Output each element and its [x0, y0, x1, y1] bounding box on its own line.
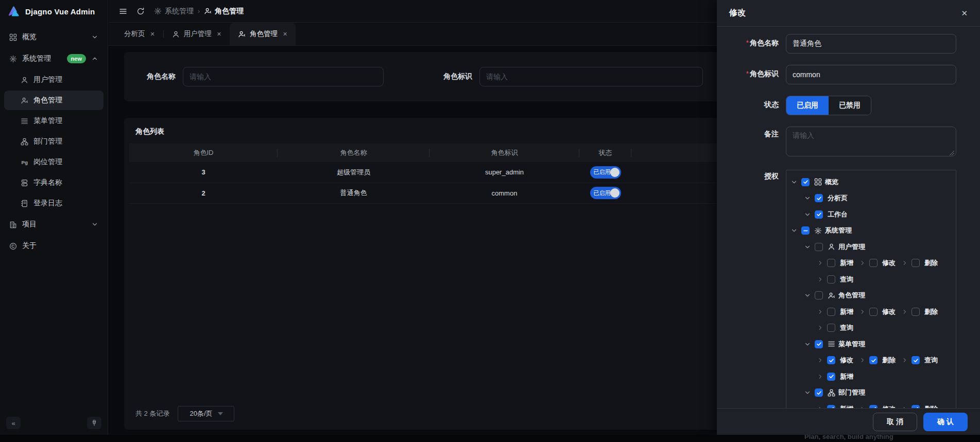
checkbox-checked[interactable] [912, 356, 920, 364]
chevron-down-icon[interactable] [804, 195, 811, 202]
chevron-right-icon[interactable] [902, 406, 908, 408]
chevron-down-icon[interactable] [790, 227, 798, 234]
sidebar-item-菜单管理[interactable]: 菜单管理 [4, 111, 104, 131]
checkbox-checked[interactable] [815, 210, 823, 219]
tab-用户管理[interactable]: 用户管理 ✕ [164, 23, 230, 45]
close-tab-icon[interactable]: ✕ [217, 31, 221, 38]
resize-grip-icon[interactable] [950, 151, 954, 155]
tree-node-新增[interactable]: 新增 [817, 404, 853, 408]
chevron-right-icon[interactable] [859, 309, 866, 315]
tree-node-新增[interactable]: 新增 [817, 307, 853, 316]
tree-node-修改[interactable]: 修改 [817, 356, 853, 365]
close-tab-icon[interactable]: ✕ [150, 31, 155, 38]
sidebar-item-角色管理[interactable]: 角色管理 [4, 91, 104, 110]
chevron-right-icon[interactable] [902, 357, 908, 363]
tree-node-新增[interactable]: 新增 [817, 372, 853, 381]
chevron-down-icon[interactable] [804, 211, 811, 218]
status-enabled-button[interactable]: 已启用 [786, 96, 829, 115]
chevron-right-icon[interactable] [817, 406, 823, 408]
pin-sidebar-button[interactable] [87, 417, 101, 429]
checkbox-checked[interactable] [815, 340, 823, 348]
chevron-right-icon[interactable] [859, 260, 866, 266]
tab-角色管理[interactable]: 角色管理 ✕ [230, 23, 296, 45]
tree-node-修改[interactable]: 修改 [859, 258, 896, 268]
checkbox-checked[interactable] [827, 373, 835, 381]
tree-node-删除[interactable]: 删除 [902, 307, 938, 316]
page-size-select[interactable]: 20条/页 [178, 406, 234, 421]
chevron-right-icon[interactable] [817, 325, 823, 331]
chevron-right-icon[interactable] [817, 276, 823, 282]
tree-node-角色管理[interactable]: 角色管理 [804, 291, 865, 300]
chevron-down-icon[interactable] [804, 292, 811, 299]
confirm-button[interactable]: 确 认 [923, 413, 968, 431]
checkbox-unchecked[interactable] [912, 259, 920, 267]
checkbox-unchecked[interactable] [827, 259, 835, 267]
sidebar-item-系统管理[interactable]: 系统管理 new [4, 48, 104, 69]
chevron-right-icon[interactable] [817, 260, 823, 266]
tree-node-用户管理[interactable]: 用户管理 [804, 242, 865, 252]
sidebar-item-岗位管理[interactable]: Pg岗位管理 [4, 152, 104, 172]
breadcrumb-item-系统管理[interactable]: 系统管理 [154, 7, 194, 16]
sidebar-item-部门管理[interactable]: 部门管理 [4, 132, 104, 151]
checkbox-unchecked[interactable] [827, 324, 835, 332]
role-code-input[interactable] [786, 65, 956, 84]
sidebar-item-概览[interactable]: 概览 [4, 27, 104, 47]
chevron-down-icon[interactable] [804, 389, 811, 396]
close-icon[interactable]: ✕ [961, 9, 968, 18]
tree-node-删除[interactable]: 删除 [859, 356, 896, 365]
breadcrumb-item-角色管理[interactable]: 角色管理 [204, 7, 244, 16]
checkbox-checked[interactable] [869, 356, 878, 364]
chevron-down-icon[interactable] [790, 179, 798, 186]
checkbox-checked[interactable] [815, 388, 823, 397]
status-toggle[interactable]: 已启用 [590, 166, 621, 179]
sidebar-item-关于[interactable]: 关于 [4, 236, 104, 256]
tree-node-部门管理[interactable]: 部门管理 [804, 388, 865, 397]
status-disabled-button[interactable]: 已禁用 [829, 96, 871, 115]
tree-node-分析页[interactable]: 分析页 [804, 193, 848, 203]
checkbox-unchecked[interactable] [869, 308, 878, 316]
checkbox-checked[interactable] [827, 356, 835, 364]
checkbox-indeterminate[interactable] [801, 226, 810, 235]
sidebar-item-用户管理[interactable]: 用户管理 [4, 70, 104, 90]
chevron-right-icon[interactable] [859, 406, 866, 408]
remark-textarea[interactable] [786, 127, 956, 156]
chevron-right-icon[interactable] [859, 357, 866, 363]
tree-node-系统管理[interactable]: 系统管理 [790, 226, 852, 235]
chevron-right-icon[interactable] [902, 309, 908, 315]
chevron-down-icon[interactable] [804, 243, 811, 251]
tree-node-查询[interactable]: 查询 [817, 275, 853, 284]
checkbox-checked[interactable] [912, 405, 920, 408]
status-toggle[interactable]: 已启用 [590, 187, 621, 199]
sidebar-item-登录日志[interactable]: 登录日志 [4, 193, 104, 213]
tree-node-概览[interactable]: 概览 [790, 178, 838, 187]
tree-node-修改[interactable]: 修改 [859, 307, 896, 316]
cancel-button[interactable]: 取 消 [873, 413, 917, 431]
checkbox-unchecked[interactable] [912, 308, 920, 316]
refresh-icon[interactable] [136, 7, 145, 15]
checkbox-checked[interactable] [869, 405, 878, 408]
tree-node-删除[interactable]: 删除 [902, 258, 938, 268]
chevron-down-icon[interactable] [804, 341, 811, 348]
chevron-right-icon[interactable] [817, 309, 823, 315]
checkbox-checked[interactable] [827, 405, 835, 408]
tree-node-修改[interactable]: 修改 [859, 404, 896, 408]
collapse-sidebar-button[interactable]: « [6, 417, 21, 429]
checkbox-unchecked[interactable] [815, 291, 823, 299]
chevron-right-icon[interactable] [817, 357, 823, 363]
role-code-search-input[interactable] [479, 67, 703, 86]
chevron-right-icon[interactable] [817, 374, 823, 380]
tab-分析页[interactable]: 分析页 ✕ [116, 23, 163, 45]
checkbox-checked[interactable] [801, 178, 810, 186]
tree-node-菜单管理[interactable]: 菜单管理 [804, 340, 865, 349]
tree-node-工作台[interactable]: 工作台 [804, 210, 848, 219]
sidebar-item-项目[interactable]: 项目 [4, 214, 104, 235]
tree-node-查询[interactable]: 查询 [902, 356, 938, 365]
checkbox-unchecked[interactable] [827, 308, 835, 316]
checkbox-unchecked[interactable] [815, 243, 823, 251]
checkbox-checked[interactable] [815, 194, 823, 202]
tree-node-查询[interactable]: 查询 [817, 323, 853, 332]
role-name-input[interactable] [786, 34, 956, 54]
tree-node-新增[interactable]: 新增 [817, 258, 853, 268]
checkbox-unchecked[interactable] [869, 259, 878, 267]
close-tab-icon[interactable]: ✕ [283, 31, 287, 38]
